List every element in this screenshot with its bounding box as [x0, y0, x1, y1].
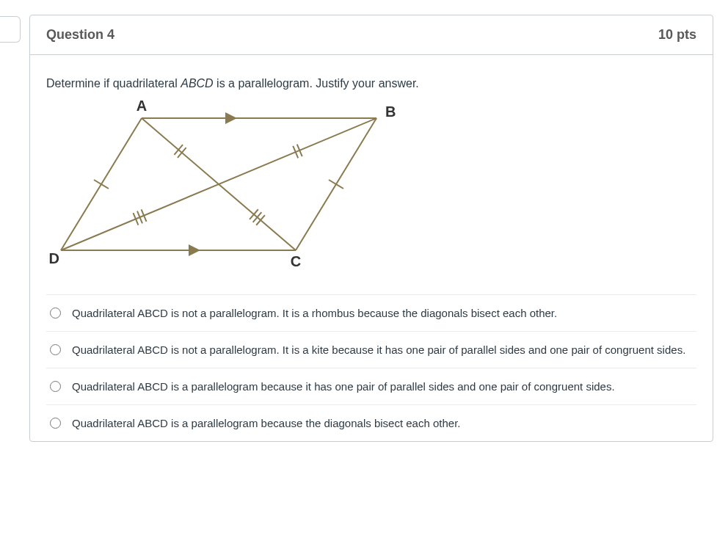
answer-text: Quadrilateral ABCD is not a parallelogra…: [72, 305, 696, 321]
answer-radio[interactable]: [50, 308, 61, 319]
answer-list: Quadrilateral ABCD is not a parallelogra…: [46, 294, 696, 441]
question-diagram: A B C D: [46, 96, 696, 272]
vertex-label-c: C: [291, 253, 301, 269]
prompt-text-post: is a parallelogram. Justify your answer.: [214, 77, 419, 90]
prompt-text-pre: Determine if quadrilateral: [46, 77, 181, 90]
svg-marker-6: [225, 112, 237, 124]
parallelogram-diagram-svg: A B C D: [46, 96, 398, 272]
vertex-label-a: A: [136, 98, 147, 114]
question-points: 10 pts: [658, 27, 696, 43]
question-title: Question 4: [46, 27, 114, 43]
question-header: Question 4 10 pts: [30, 15, 713, 55]
answer-text: Quadrilateral ABCD is a parallelogram be…: [72, 379, 696, 394]
answer-option[interactable]: Quadrilateral ABCD is not a parallelogra…: [46, 331, 696, 368]
vertex-label-d: D: [49, 250, 59, 266]
question-card: Question 4 10 pts Determine if quadrilat…: [29, 15, 713, 442]
vertex-label-b: B: [385, 103, 396, 120]
answer-text: Quadrilateral ABCD is not a parallelogra…: [72, 342, 696, 357]
svg-line-5: [61, 118, 376, 250]
svg-line-9: [329, 180, 343, 189]
answer-radio[interactable]: [50, 344, 61, 355]
svg-marker-7: [189, 244, 200, 256]
question-prompt: Determine if quadrilateral ABCD is a par…: [46, 77, 696, 90]
answer-option[interactable]: Quadrilateral ABCD is a parallelogram be…: [46, 404, 696, 441]
prompt-text-ital: ABCD: [181, 77, 213, 90]
question-body: Determine if quadrilateral ABCD is a par…: [30, 55, 713, 441]
answer-radio[interactable]: [50, 381, 61, 392]
answer-radio[interactable]: [50, 418, 61, 429]
answer-text: Quadrilateral ABCD is a parallelogram be…: [72, 415, 696, 431]
answer-option[interactable]: Quadrilateral ABCD is not a parallelogra…: [46, 294, 696, 331]
side-tab-stub: [0, 16, 21, 43]
answer-option[interactable]: Quadrilateral ABCD is a parallelogram be…: [46, 368, 696, 404]
parallel-mark-arrow-icon: [189, 112, 237, 256]
svg-line-8: [94, 180, 109, 189]
